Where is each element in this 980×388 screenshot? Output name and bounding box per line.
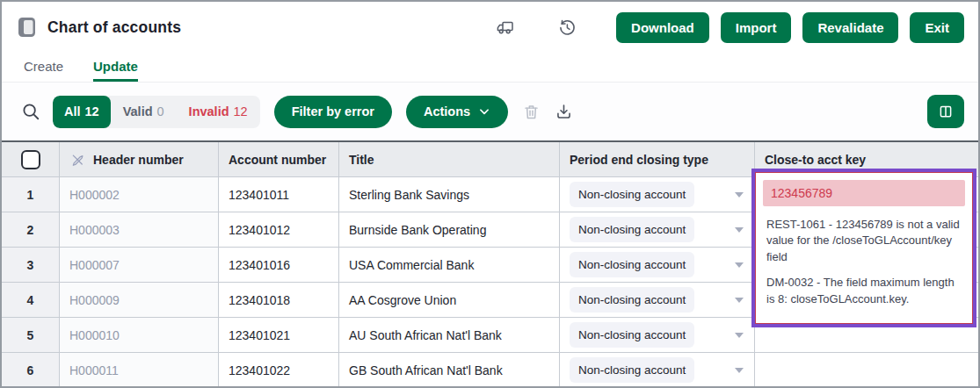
annotation-highlight-box: 123456789 REST-1061 - 123456789 is not a…	[751, 169, 976, 327]
row-number: 3	[2, 248, 60, 282]
chevron-down-icon	[735, 262, 744, 268]
closing-type-dropdown[interactable]: Non-closing account	[560, 318, 755, 352]
search-icon[interactable]	[21, 102, 40, 121]
read-only-pencil-icon	[69, 151, 86, 168]
chevron-down-icon	[735, 333, 744, 338]
col-label-header-number: Header number	[93, 153, 184, 167]
exit-button[interactable]: Exit	[910, 12, 964, 43]
col-account-number[interactable]: Account number	[219, 142, 339, 176]
closing-type-dropdown[interactable]: Non-closing account	[560, 283, 755, 317]
row-number: 6	[2, 353, 60, 387]
chevron-down-icon	[735, 227, 744, 233]
col-label-account-number: Account number	[229, 153, 326, 167]
chart-of-accounts-window: Chart of accounts Download Imp	[0, 0, 980, 388]
row-number: 4	[2, 283, 60, 317]
closing-type-dropdown[interactable]: Non-closing account	[560, 212, 755, 247]
header-number-cell: H000007	[60, 248, 219, 282]
filter-all-count: 12	[85, 104, 99, 119]
col-label-closing-type: Period end closing type	[570, 153, 708, 167]
error-message: DM-0032 - The field maximum length is 8:…	[766, 275, 962, 307]
title-bar: Chart of accounts Download Imp	[2, 2, 978, 53]
chevron-down-icon	[735, 298, 744, 303]
tab-bar: Create Update	[2, 53, 978, 83]
closing-type-value: Non-closing account	[570, 287, 694, 313]
filter-all-label: All	[64, 104, 81, 119]
tab-update[interactable]: Update	[93, 59, 138, 82]
title-cell[interactable]: AA Cosgrove Union	[339, 283, 560, 317]
title-cell[interactable]: Sterling Bank Savings	[339, 177, 560, 212]
title-cell[interactable]: GB South African Nat'l Bank	[339, 353, 560, 387]
columns-icon	[938, 104, 954, 119]
header-number-cell: H000002	[60, 177, 219, 212]
actions-label: Actions	[424, 104, 470, 119]
header-checkbox-cell	[2, 142, 60, 176]
close-to-key-cell[interactable]	[755, 353, 978, 387]
title-cell[interactable]: USA Commercial Bank	[339, 248, 560, 282]
row-number: 1	[2, 177, 60, 212]
account-number-cell[interactable]: 123401011	[219, 177, 339, 212]
account-number-cell[interactable]: 123401012	[219, 212, 339, 247]
header-number-cell: H000010	[60, 318, 219, 352]
revalidate-button[interactable]: Revalidate	[802, 12, 898, 43]
title-cell[interactable]: Burnside Bank Operating	[339, 212, 560, 247]
trash-icon[interactable]	[522, 103, 541, 121]
download-button[interactable]: Download	[616, 12, 709, 43]
col-label-title: Title	[349, 153, 374, 167]
closing-type-value: Non-closing account	[570, 182, 694, 207]
col-period-end-closing-type[interactable]: Period end closing type	[560, 142, 755, 176]
filter-invalid-segment[interactable]: Invalid 12	[177, 96, 260, 128]
select-all-checkbox[interactable]	[21, 150, 40, 169]
history-icon[interactable]	[556, 17, 577, 38]
account-number-cell[interactable]: 123401016	[219, 248, 339, 282]
row-number: 2	[2, 212, 60, 247]
header-number-cell: H000009	[60, 283, 219, 317]
column-settings-button[interactable]	[927, 95, 964, 128]
validation-error-popover: 123456789 REST-1061 - 123456789 is not a…	[755, 172, 973, 324]
filter-invalid-count: 12	[234, 104, 248, 119]
title-cell[interactable]: AU South African Nat'l Bank	[339, 318, 560, 352]
actions-button[interactable]: Actions	[406, 96, 508, 128]
download-tray-icon[interactable]	[555, 103, 573, 121]
truck-icon[interactable]	[495, 17, 516, 38]
closing-type-dropdown[interactable]: Non-closing account	[560, 353, 755, 387]
closing-type-value: Non-closing account	[570, 357, 694, 383]
filter-valid-label: Valid	[123, 104, 153, 119]
account-number-cell[interactable]: 123401018	[219, 283, 339, 317]
filter-by-error-button[interactable]: Filter by error	[274, 96, 392, 128]
import-button[interactable]: Import	[721, 12, 792, 43]
chevron-down-icon	[735, 368, 744, 373]
closing-type-value: Non-closing account	[570, 252, 694, 277]
filter-valid-count: 0	[157, 104, 164, 119]
header-number-cell: H000011	[60, 353, 219, 387]
header-number-cell: H000003	[60, 212, 219, 247]
book-icon	[18, 17, 36, 38]
closing-type-value: Non-closing account	[570, 322, 694, 348]
col-label-close-to-key: Close-to acct key	[765, 153, 866, 167]
col-header-number[interactable]: Header number	[60, 142, 219, 176]
chevron-down-icon	[735, 192, 744, 198]
closing-type-value: Non-closing account	[570, 217, 694, 242]
account-number-cell[interactable]: 123401022	[219, 353, 339, 387]
filter-invalid-label: Invalid	[189, 104, 229, 119]
filter-by-error-label: Filter by error	[292, 104, 374, 119]
tab-create[interactable]: Create	[24, 59, 63, 82]
account-number-cell[interactable]: 123401021	[219, 318, 339, 352]
row-number: 5	[2, 318, 60, 352]
validity-filter-segmented: All 12 Valid 0 Invalid 12	[53, 96, 260, 128]
close-to-key-error-value[interactable]: 123456789	[763, 180, 965, 206]
closing-type-dropdown[interactable]: Non-closing account	[560, 177, 755, 212]
toolbar: All 12 Valid 0 Invalid 12 Filter by erro…	[2, 83, 978, 140]
header-button-group: Download Import Revalidate Exit	[616, 12, 964, 43]
error-message: REST-1061 - 123456789 is not a valid val…	[766, 217, 962, 265]
page-title: Chart of accounts	[47, 18, 181, 37]
filter-all-segment[interactable]: All 12	[53, 96, 111, 128]
chevron-down-icon	[478, 105, 490, 118]
table-row: 6 H000011 123401022 GB South African Nat…	[2, 353, 978, 388]
col-title[interactable]: Title	[339, 142, 560, 176]
closing-type-dropdown[interactable]: Non-closing account	[560, 248, 755, 282]
filter-valid-segment[interactable]: Valid 0	[111, 96, 177, 128]
